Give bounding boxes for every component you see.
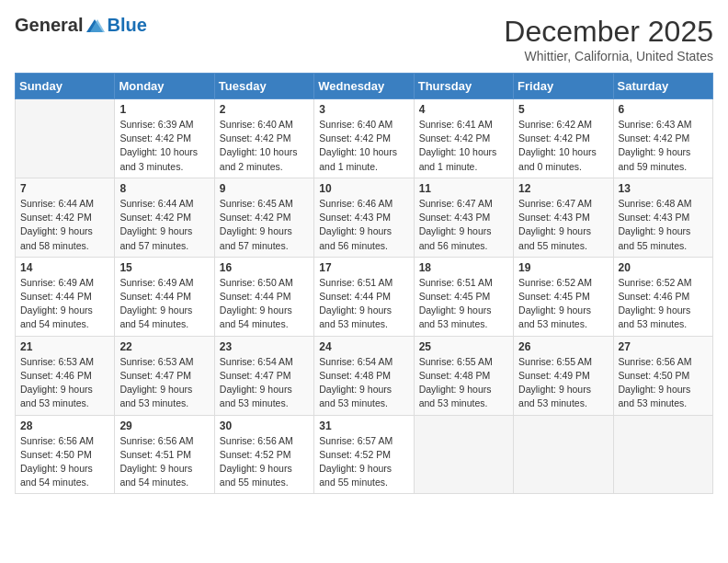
calendar-day-cell	[613, 415, 712, 494]
day-number: 3	[319, 103, 408, 116]
month-title: December 2025	[504, 15, 713, 49]
weekday-header-row: SundayMondayTuesdayWednesdayThursdayFrid…	[16, 74, 713, 99]
day-info: Sunrise: 6:53 AM Sunset: 4:47 PM Dayligh…	[119, 355, 209, 411]
day-number: 30	[220, 419, 309, 432]
day-number: 23	[220, 340, 309, 353]
day-number: 27	[619, 340, 708, 353]
day-number: 13	[619, 182, 708, 195]
calendar-day-cell: 2Sunrise: 6:40 AM Sunset: 4:42 PM Daylig…	[214, 99, 313, 178]
day-number: 8	[119, 182, 209, 195]
calendar-day-cell: 8Sunrise: 6:44 AM Sunset: 4:42 PM Daylig…	[115, 178, 214, 257]
day-number: 7	[20, 182, 109, 195]
weekday-header-cell: Thursday	[414, 74, 513, 99]
day-number: 6	[619, 103, 708, 116]
day-number: 24	[319, 340, 408, 353]
day-number: 21	[20, 340, 109, 353]
day-info: Sunrise: 6:42 AM Sunset: 4:42 PM Dayligh…	[518, 118, 608, 174]
calendar-day-cell: 22Sunrise: 6:53 AM Sunset: 4:47 PM Dayli…	[115, 336, 214, 415]
weekday-header-cell: Sunday	[16, 74, 115, 99]
day-info: Sunrise: 6:44 AM Sunset: 4:42 PM Dayligh…	[119, 197, 209, 253]
page-header: General Blue December 2025 Whittier, Cal…	[15, 15, 713, 63]
weekday-header-cell: Monday	[115, 74, 214, 99]
day-number: 20	[619, 261, 708, 274]
calendar-day-cell: 4Sunrise: 6:41 AM Sunset: 4:42 PM Daylig…	[414, 99, 513, 178]
calendar-day-cell: 25Sunrise: 6:55 AM Sunset: 4:48 PM Dayli…	[414, 336, 513, 415]
calendar-day-cell: 9Sunrise: 6:45 AM Sunset: 4:42 PM Daylig…	[214, 178, 313, 257]
day-info: Sunrise: 6:51 AM Sunset: 4:44 PM Dayligh…	[319, 276, 408, 332]
calendar-day-cell: 31Sunrise: 6:57 AM Sunset: 4:52 PM Dayli…	[314, 415, 414, 494]
calendar-day-cell: 29Sunrise: 6:56 AM Sunset: 4:51 PM Dayli…	[115, 415, 214, 494]
calendar-day-cell: 15Sunrise: 6:49 AM Sunset: 4:44 PM Dayli…	[115, 257, 214, 336]
calendar-day-cell: 28Sunrise: 6:56 AM Sunset: 4:50 PM Dayli…	[16, 415, 115, 494]
day-number: 26	[518, 340, 608, 353]
day-number: 5	[518, 103, 608, 116]
day-number: 28	[20, 419, 109, 432]
day-info: Sunrise: 6:48 AM Sunset: 4:43 PM Dayligh…	[619, 197, 708, 253]
day-info: Sunrise: 6:57 AM Sunset: 4:52 PM Dayligh…	[319, 434, 408, 490]
calendar-day-cell: 19Sunrise: 6:52 AM Sunset: 4:45 PM Dayli…	[514, 257, 613, 336]
day-number: 17	[319, 261, 408, 274]
calendar-table: SundayMondayTuesdayWednesdayThursdayFrid…	[15, 73, 713, 494]
day-info: Sunrise: 6:49 AM Sunset: 4:44 PM Dayligh…	[20, 276, 109, 332]
calendar-day-cell: 20Sunrise: 6:52 AM Sunset: 4:46 PM Dayli…	[613, 257, 712, 336]
day-number: 14	[20, 261, 109, 274]
day-info: Sunrise: 6:56 AM Sunset: 4:50 PM Dayligh…	[20, 434, 109, 490]
day-info: Sunrise: 6:54 AM Sunset: 4:47 PM Dayligh…	[220, 355, 309, 411]
day-info: Sunrise: 6:56 AM Sunset: 4:51 PM Dayligh…	[119, 434, 209, 490]
calendar-day-cell: 6Sunrise: 6:43 AM Sunset: 4:42 PM Daylig…	[613, 99, 712, 178]
calendar-day-cell: 5Sunrise: 6:42 AM Sunset: 4:42 PM Daylig…	[514, 99, 613, 178]
day-info: Sunrise: 6:50 AM Sunset: 4:44 PM Dayligh…	[220, 276, 309, 332]
day-number: 25	[419, 340, 508, 353]
logo-icon	[85, 17, 105, 34]
calendar-week-row: 21Sunrise: 6:53 AM Sunset: 4:46 PM Dayli…	[16, 336, 713, 415]
weekday-header-cell: Wednesday	[314, 74, 414, 99]
logo-general-text: General	[15, 15, 83, 36]
calendar-day-cell: 7Sunrise: 6:44 AM Sunset: 4:42 PM Daylig…	[16, 178, 115, 257]
day-info: Sunrise: 6:40 AM Sunset: 4:42 PM Dayligh…	[319, 118, 408, 174]
calendar-day-cell: 30Sunrise: 6:56 AM Sunset: 4:52 PM Dayli…	[214, 415, 313, 494]
day-info: Sunrise: 6:53 AM Sunset: 4:46 PM Dayligh…	[20, 355, 109, 411]
calendar-day-cell: 10Sunrise: 6:46 AM Sunset: 4:43 PM Dayli…	[314, 178, 414, 257]
logo-blue-text: Blue	[107, 15, 146, 36]
calendar-day-cell: 21Sunrise: 6:53 AM Sunset: 4:46 PM Dayli…	[16, 336, 115, 415]
weekday-header-cell: Friday	[514, 74, 613, 99]
calendar-day-cell: 11Sunrise: 6:47 AM Sunset: 4:43 PM Dayli…	[414, 178, 513, 257]
day-info: Sunrise: 6:41 AM Sunset: 4:42 PM Dayligh…	[419, 118, 508, 174]
title-block: December 2025 Whittier, California, Unit…	[504, 15, 713, 63]
day-info: Sunrise: 6:55 AM Sunset: 4:48 PM Dayligh…	[419, 355, 508, 411]
day-info: Sunrise: 6:52 AM Sunset: 4:46 PM Dayligh…	[619, 276, 708, 332]
day-info: Sunrise: 6:56 AM Sunset: 4:52 PM Dayligh…	[220, 434, 309, 490]
day-info: Sunrise: 6:46 AM Sunset: 4:43 PM Dayligh…	[319, 197, 408, 253]
calendar-day-cell: 1Sunrise: 6:39 AM Sunset: 4:42 PM Daylig…	[115, 99, 214, 178]
day-info: Sunrise: 6:55 AM Sunset: 4:49 PM Dayligh…	[518, 355, 608, 411]
calendar-day-cell: 24Sunrise: 6:54 AM Sunset: 4:48 PM Dayli…	[314, 336, 414, 415]
day-info: Sunrise: 6:40 AM Sunset: 4:42 PM Dayligh…	[220, 118, 309, 174]
day-info: Sunrise: 6:39 AM Sunset: 4:42 PM Dayligh…	[119, 118, 209, 174]
calendar-week-row: 28Sunrise: 6:56 AM Sunset: 4:50 PM Dayli…	[16, 415, 713, 494]
logo: General Blue	[15, 15, 147, 36]
day-info: Sunrise: 6:45 AM Sunset: 4:42 PM Dayligh…	[220, 197, 309, 253]
calendar-day-cell: 13Sunrise: 6:48 AM Sunset: 4:43 PM Dayli…	[613, 178, 712, 257]
weekday-header-cell: Tuesday	[214, 74, 313, 99]
day-info: Sunrise: 6:44 AM Sunset: 4:42 PM Dayligh…	[20, 197, 109, 253]
day-number: 11	[419, 182, 508, 195]
calendar-day-cell: 27Sunrise: 6:56 AM Sunset: 4:50 PM Dayli…	[613, 336, 712, 415]
day-number: 15	[119, 261, 209, 274]
calendar-day-cell: 16Sunrise: 6:50 AM Sunset: 4:44 PM Dayli…	[214, 257, 313, 336]
calendar-week-row: 1Sunrise: 6:39 AM Sunset: 4:42 PM Daylig…	[16, 99, 713, 178]
day-number: 22	[119, 340, 209, 353]
day-number: 10	[319, 182, 408, 195]
day-number: 12	[518, 182, 608, 195]
calendar-day-cell: 23Sunrise: 6:54 AM Sunset: 4:47 PM Dayli…	[214, 336, 313, 415]
calendar-day-cell: 18Sunrise: 6:51 AM Sunset: 4:45 PM Dayli…	[414, 257, 513, 336]
calendar-day-cell: 14Sunrise: 6:49 AM Sunset: 4:44 PM Dayli…	[16, 257, 115, 336]
day-number: 2	[220, 103, 309, 116]
calendar-body: 1Sunrise: 6:39 AM Sunset: 4:42 PM Daylig…	[16, 99, 713, 494]
calendar-day-cell: 3Sunrise: 6:40 AM Sunset: 4:42 PM Daylig…	[314, 99, 414, 178]
day-number: 9	[220, 182, 309, 195]
day-info: Sunrise: 6:54 AM Sunset: 4:48 PM Dayligh…	[319, 355, 408, 411]
day-number: 1	[119, 103, 209, 116]
calendar-day-cell	[16, 99, 115, 178]
calendar-week-row: 7Sunrise: 6:44 AM Sunset: 4:42 PM Daylig…	[16, 178, 713, 257]
day-info: Sunrise: 6:43 AM Sunset: 4:42 PM Dayligh…	[619, 118, 708, 174]
